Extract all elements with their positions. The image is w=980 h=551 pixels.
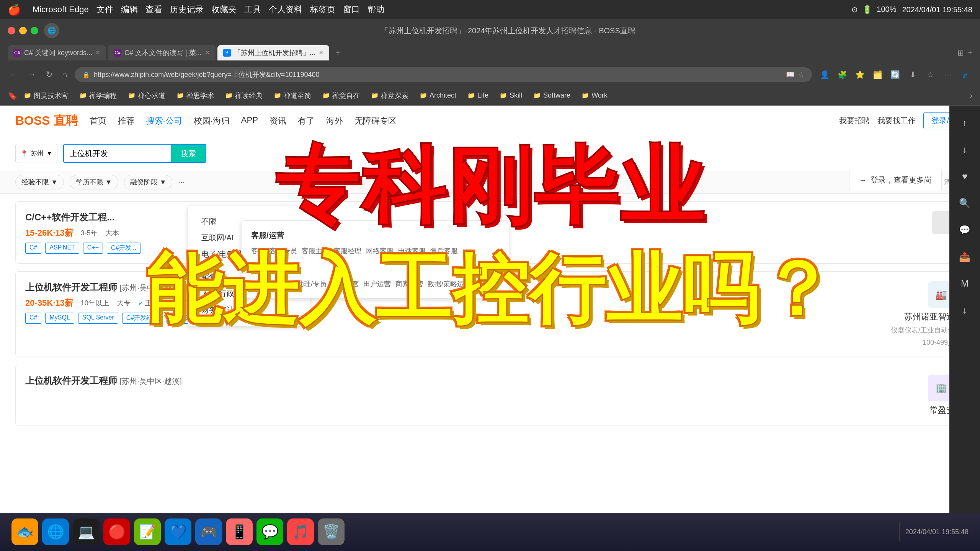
bookmark-life[interactable]: 📁 Life	[463, 90, 493, 101]
menubar-tabs[interactable]: 标签页	[310, 4, 335, 15]
boss-recruit-btn[interactable]: 我要招聘	[839, 116, 870, 126]
reload-button[interactable]: ↻	[44, 68, 54, 82]
menubar-app-name[interactable]: Microsoft Edge	[33, 5, 89, 15]
sync-icon[interactable]: 🔄	[888, 68, 902, 82]
dock-vscode[interactable]: 💻	[73, 518, 100, 545]
address-url[interactable]: https://www.zhipin.com/web/geek/job?quer…	[94, 70, 782, 79]
menubar-history[interactable]: 历史记录	[170, 4, 204, 15]
menubar-profile[interactable]: 个人资料	[269, 4, 302, 15]
tab-csharp-file[interactable]: C# C# 文本文件的读写 | 菜... ✕	[108, 45, 216, 60]
sidebar-download[interactable]: ↓	[955, 301, 974, 320]
boss-nav-news[interactable]: 资讯	[270, 115, 286, 127]
more-icon[interactable]: ⋯	[941, 68, 955, 82]
bookmark-zen-free[interactable]: 📁 禅意自在	[318, 90, 364, 102]
bookmarks-toggle[interactable]: 🔖	[8, 91, 17, 100]
boss-nav-overseas[interactable]: 海外	[326, 115, 343, 127]
menubar-tools[interactable]: 工具	[244, 4, 261, 15]
bookmark-skill[interactable]: 📁 Skill	[495, 90, 527, 101]
boss-find-job-btn[interactable]: 我要找工作	[877, 116, 916, 126]
folder-icon-3: 📁	[176, 92, 184, 99]
download-icon[interactable]: ⬇	[906, 68, 920, 82]
bookmark-label-7: 禅意探索	[381, 91, 408, 100]
new-tab-button[interactable]: +	[331, 46, 345, 60]
bookmark-zen-quest[interactable]: 📁 禅心求道	[123, 90, 170, 102]
star-icon[interactable]: ☆	[798, 70, 804, 79]
menubar-edit[interactable]: 编辑	[121, 4, 138, 15]
home-button[interactable]: ⌂	[60, 68, 69, 82]
sidebar-share[interactable]: 📤	[955, 247, 974, 266]
tab-close-1[interactable]: ✕	[95, 49, 100, 56]
bookmark-zen-thinking[interactable]: 📁 禅思学术	[172, 90, 219, 102]
boss-nav-accessibility[interactable]: 无障碍专区	[354, 115, 397, 127]
dock-word[interactable]: 📝	[134, 518, 161, 545]
bookmark-zen-simple[interactable]: 📁 禅道至简	[269, 90, 316, 102]
tab-csharp-keywords[interactable]: C# C# 关键词 keywords... ✕	[8, 45, 106, 60]
address-bar[interactable]: 🔒 https://www.zhipin.com/web/geek/job?qu…	[75, 67, 812, 82]
menubar-window[interactable]: 窗口	[343, 4, 360, 15]
boss-nav-campus[interactable]: 校园·海归	[194, 115, 230, 127]
bookmark-zen-explore[interactable]: 📁 禅意探索	[366, 90, 413, 102]
favorites-bar-icon[interactable]: ☆	[923, 68, 937, 82]
dock-finder[interactable]: 🐟	[11, 518, 38, 545]
menubar-file[interactable]: 文件	[96, 4, 113, 15]
sidebar-search[interactable]: 🔍	[955, 194, 974, 213]
maximize-button[interactable]	[31, 27, 38, 34]
tab-bar-right: ⊞ +	[957, 48, 972, 57]
dock-trash[interactable]: 🗑️	[318, 518, 345, 545]
dock-toolbox[interactable]: 🎮	[195, 518, 222, 545]
job-card-2[interactable]: 上位机软件开发工程师 [苏州·吴中区·越溪] 🏢 常盈安	[15, 365, 965, 426]
menubar-icons: ⊙ 🔋 100%	[851, 5, 896, 14]
sidebar-scroll-up[interactable]: ↑	[955, 113, 974, 132]
collections-icon[interactable]: 🗂️	[871, 68, 884, 82]
dock-edge[interactable]: 🌐	[42, 518, 69, 545]
bookmark-zen-coding[interactable]: 📁 禅学编程	[75, 90, 121, 102]
bookmark-architect[interactable]: 📁 Architect	[415, 90, 461, 101]
favorites-icon[interactable]: ⭐	[853, 68, 867, 82]
dock-rider[interactable]: 🔴	[103, 518, 130, 545]
menubar-view[interactable]: 查看	[145, 4, 162, 15]
menubar-help[interactable]: 帮助	[368, 4, 384, 15]
bookmark-zen-reading[interactable]: 📁 禅读经典	[220, 90, 267, 102]
bookmarks-more[interactable]: ›	[970, 91, 972, 100]
bookmark-label-9: Life	[477, 91, 488, 99]
boss-nav-home[interactable]: 首页	[90, 115, 106, 127]
sidebar-m-icon[interactable]: M	[955, 274, 974, 293]
sidebar-chat[interactable]: 💬	[955, 220, 974, 240]
dock-app2[interactable]: 📱	[226, 518, 253, 545]
reader-icon[interactable]: 📖	[786, 70, 794, 79]
minimize-button[interactable]	[19, 27, 27, 34]
boss-nav-app[interactable]: APP	[241, 115, 258, 127]
dock-music[interactable]: 🎵	[287, 518, 314, 545]
boss-nav-search[interactable]: 搜索·公司	[146, 115, 182, 127]
dock-wechat[interactable]: 💬	[256, 518, 283, 545]
sidebar-scroll-down[interactable]: ↓	[955, 140, 974, 159]
dock-time: 2024/04/01 19:55:48	[905, 528, 969, 536]
boss-header-right: 我要招聘 我要找工作 登录/注	[839, 112, 965, 129]
city-selector[interactable]: 📍 苏州 ▼	[15, 144, 57, 163]
dock-vsstudio[interactable]: 💙	[165, 518, 191, 545]
forward-button[interactable]: →	[26, 68, 38, 82]
tab-boss[interactable]: B 「苏州上位机开发招聘」... ✕	[217, 45, 329, 60]
new-tab-icon[interactable]: +	[968, 48, 972, 57]
nav-bar: ← → ↻ ⌂ 🔒 https://www.zhipin.com/web/gee…	[0, 63, 980, 86]
close-button[interactable]	[8, 27, 15, 34]
bookmark-work[interactable]: 📁 Work	[577, 90, 612, 101]
boss-nav-yodle[interactable]: 有了	[298, 115, 315, 127]
bookmark-tulling[interactable]: 📁 图灵技术官	[19, 90, 73, 102]
filter-exp[interactable]: 经验不限 ▼	[15, 175, 64, 189]
bookmark-software[interactable]: 📁 Software	[529, 90, 575, 101]
menubar-favorites[interactable]: 收藏夹	[211, 4, 237, 15]
bookmark-label-8: Architect	[430, 91, 456, 99]
tab-manage-icon[interactable]: ⊞	[957, 48, 964, 57]
apple-menu[interactable]: 🍎	[8, 3, 21, 16]
edge-icon[interactable]: 𝒆	[959, 68, 972, 82]
sidebar-favorites[interactable]: ♥	[955, 167, 974, 186]
folder-icon-10: 📁	[500, 92, 507, 99]
browser-title-bar: 🌐 「苏州上位机开发招聘」-2024年苏州上位机开发人才招聘信息 - BOSS直…	[0, 19, 980, 42]
profile-icon[interactable]: 👤	[818, 68, 831, 82]
tab-close-3[interactable]: ✕	[318, 49, 323, 56]
back-button[interactable]: ←	[8, 68, 20, 82]
extensions-icon[interactable]: 🧩	[835, 68, 849, 82]
boss-nav-recommend[interactable]: 推荐	[118, 115, 135, 127]
tab-close-2[interactable]: ✕	[205, 49, 210, 56]
